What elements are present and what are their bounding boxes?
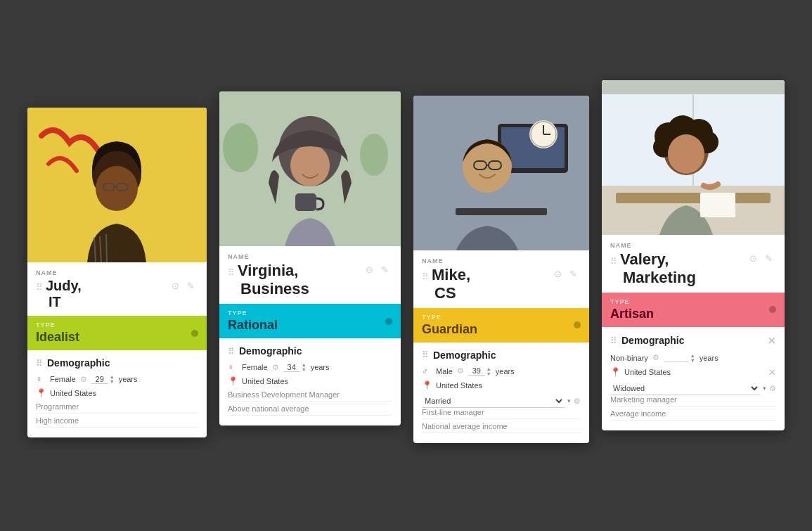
- name-label-valery: NAME: [610, 242, 776, 249]
- income-virginia: Above national average: [228, 404, 392, 416]
- demographic-section-valery: ⠿ Demographic ✕ Non-binary ⚙ ▲▼ years 📍 …: [602, 327, 785, 430]
- demographic-drag-valery: ⠿: [610, 335, 617, 346]
- demographic-title-virginia: Demographic: [239, 345, 302, 357]
- name-row-judy: ⠿Judy, IT ⊙ ✎: [36, 278, 198, 310]
- type-section-virginia: TYPE Rational: [219, 304, 401, 338]
- gear-icon-mike[interactable]: ⚙: [457, 366, 464, 376]
- drag-icon-judy: ⠿: [36, 282, 43, 293]
- type-label-judy: TYPE: [36, 321, 79, 328]
- age-virginia: 34 ▲▼: [283, 362, 307, 372]
- card-mike: NAME ⠿Mike, CS ⊙ ✎ TYPE Guardian: [413, 96, 589, 443]
- name-text-val2: Marketing: [623, 269, 696, 286]
- close-icon-valery[interactable]: ✕: [767, 334, 776, 347]
- location-value-judy: United States: [50, 389, 96, 397]
- name-section-judy: NAME ⠿Judy, IT ⊙ ✎: [27, 262, 207, 316]
- gear-marital-mike[interactable]: ⚙: [574, 397, 581, 406]
- edit-icon-valery[interactable]: ✎: [765, 253, 776, 264]
- demographic-header-valery: ⠿ Demographic ✕: [610, 334, 776, 347]
- demographic-header-judy: ⠿ Demographic: [36, 357, 198, 369]
- demographic-drag-judy: ⠿: [36, 358, 43, 369]
- edit-icon-mike[interactable]: ✎: [569, 269, 581, 280]
- marital-select-valery[interactable]: Widowed Single Married Divorced: [610, 382, 760, 395]
- demo-location-mike: 📍 United States: [422, 380, 581, 390]
- drag-icon-valery: ⠿: [610, 256, 617, 267]
- demographic-title-judy: Demographic: [47, 357, 110, 369]
- card-body-virginia: NAME ⠿Virginia, Business ⊙ ✎ TYPE Ration…: [219, 246, 401, 426]
- name-section-virginia: NAME ⠿Virginia, Business ⊙ ✎: [219, 246, 401, 304]
- type-dot-virginia: [385, 318, 392, 325]
- gender-value-valery: Non-binary: [610, 354, 648, 362]
- age-stepper-valery[interactable]: ▲▼: [690, 353, 695, 363]
- location-value-virginia: United States: [242, 377, 288, 385]
- drag-icon-virginia: ⠿: [228, 267, 235, 278]
- share-icon-mike[interactable]: ⊙: [554, 269, 565, 280]
- income-judy: High income: [36, 416, 198, 428]
- age-value-virginia: 34: [283, 363, 300, 372]
- svg-rect-26: [602, 80, 785, 94]
- type-dot-mike: [574, 321, 581, 328]
- name-label-virginia: NAME: [228, 253, 392, 260]
- name-row-virginia: ⠿Virginia, Business ⊙ ✎: [228, 262, 392, 298]
- card-valery: NAME ⠿Valery, Marketing ⊙ ✎ TYPE Artisan: [602, 80, 785, 430]
- income-valery: Average income: [610, 409, 776, 421]
- svg-point-8: [360, 134, 388, 176]
- photo-valery: [602, 80, 785, 235]
- age-value-mike: 39: [468, 366, 485, 376]
- demographic-title-mike: Demographic: [433, 350, 496, 361]
- name-text-m2: CS: [434, 284, 456, 302]
- name-row-mike: ⠿Mike, CS ⊙ ✎: [422, 266, 581, 302]
- edit-icon-judy[interactable]: ✎: [187, 281, 198, 292]
- demo-gender-judy: ♀ Female ⚙ 29 ▲▼ years: [36, 374, 198, 384]
- drag-icon-mike: ⠿: [422, 271, 429, 282]
- gear-icon-judy[interactable]: ⚙: [80, 375, 87, 384]
- demographic-title-valery: Demographic: [621, 335, 684, 346]
- demographic-section-mike: ⠿ Demographic ♂ Male ⚙ 39 ▲▼ years 📍 Uni…: [413, 343, 589, 443]
- name-value-mike: ⠿Mike, CS: [422, 266, 470, 302]
- age-value-valery: [664, 353, 689, 362]
- svg-point-10: [290, 144, 330, 186]
- type-section-valery: TYPE Artisan: [602, 293, 785, 327]
- name-label-judy: NAME: [36, 269, 198, 276]
- gender-icon-virginia: ♀: [228, 362, 238, 372]
- demographic-drag-virginia: ⠿: [228, 346, 235, 357]
- demo-location-valery: 📍 United States ✕: [610, 367, 776, 378]
- gender-value-judy: Female: [50, 375, 76, 383]
- svg-point-7: [223, 123, 258, 172]
- type-value-valery: Artisan: [610, 307, 654, 321]
- gear-icon-valery[interactable]: ⚙: [652, 353, 659, 362]
- age-stepper-virginia[interactable]: ▲▼: [302, 362, 307, 372]
- marital-select-mike[interactable]: Married Single Divorced Widowed: [422, 395, 565, 408]
- edit-icon-virginia[interactable]: ✎: [381, 264, 392, 276]
- type-label-virginia: TYPE: [228, 309, 278, 316]
- svg-point-35: [668, 134, 704, 174]
- demographic-drag-mike: ⠿: [422, 350, 429, 360]
- type-label-mike: TYPE: [422, 314, 477, 321]
- type-section-judy: TYPE Idealist: [27, 316, 207, 350]
- gear-marital-valery[interactable]: ⚙: [769, 384, 776, 393]
- type-label-valery: TYPE: [610, 298, 654, 305]
- demographic-header-mike: ⠿ Demographic: [422, 350, 581, 361]
- gender-value-mike: Male: [436, 367, 453, 376]
- gender-icon-judy: ♀: [36, 374, 46, 384]
- name-text-v2: Business: [240, 280, 309, 298]
- name-label-mike: NAME: [422, 257, 581, 264]
- age-stepper-mike[interactable]: ▲▼: [486, 366, 491, 376]
- svg-rect-11: [295, 193, 316, 211]
- name-icons-virginia: ⊙ ✎: [366, 264, 392, 276]
- share-icon-judy[interactable]: ⊙: [172, 281, 183, 292]
- age-mike: 39 ▲▼: [468, 366, 491, 376]
- age-value-judy: 29: [91, 375, 108, 384]
- job-judy: Programmer: [36, 402, 198, 414]
- svg-rect-36: [700, 193, 735, 217]
- gear-icon-virginia[interactable]: ⚙: [272, 363, 279, 372]
- svg-rect-19: [456, 208, 547, 215]
- photo-virginia: [219, 91, 401, 246]
- share-icon-virginia[interactable]: ⊙: [366, 264, 377, 276]
- location-icon-valery: 📍: [610, 367, 620, 377]
- share-icon-valery[interactable]: ⊙: [749, 253, 761, 264]
- close-location-valery[interactable]: ✕: [768, 367, 776, 378]
- age-stepper-judy[interactable]: ▲▼: [110, 374, 115, 384]
- demographic-section-virginia: ⠿ Demographic ♀ Female ⚙ 34 ▲▼ years 📍 U…: [219, 338, 401, 426]
- location-icon-judy: 📍: [36, 388, 46, 398]
- name-icons-valery: ⊙ ✎: [749, 253, 776, 264]
